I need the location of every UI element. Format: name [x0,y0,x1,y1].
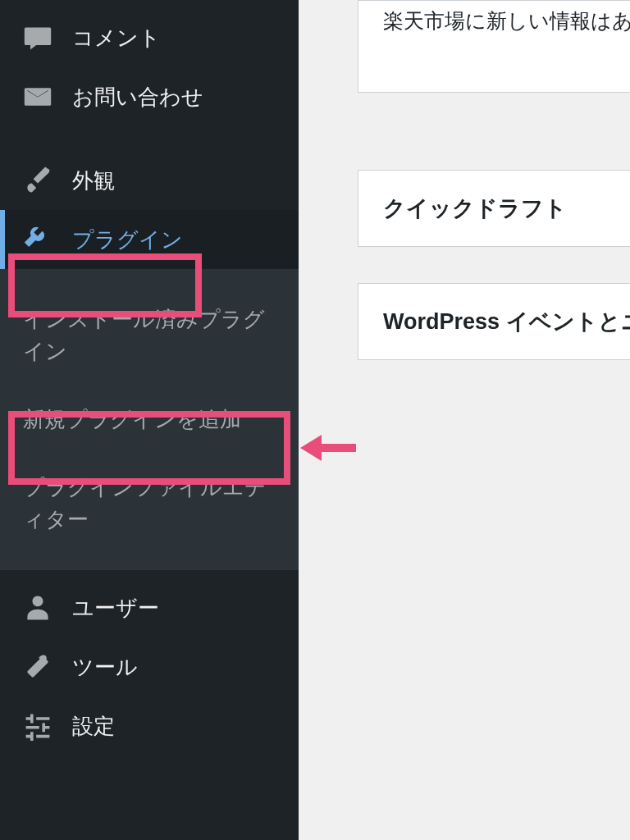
admin-sidebar: コメント お問い合わせ 外観 プラグイン インストール済みプラグイン 新規プラグ… [0,0,299,840]
sidebar-item-tools[interactable]: ツール [0,637,299,696]
submenu-item-label: インストール済みプラグイン [23,307,265,363]
mail-icon [23,82,52,112]
sidebar-item-label: コメント [72,24,161,52]
submenu-item-label: プラグインファイルエディター [23,475,267,532]
sidebar-item-appearance[interactable]: 外観 [0,151,299,210]
sidebar-item-label: 設定 [72,712,115,741]
panel-text: 楽天市場に新しい情報はあり [383,7,630,34]
sidebar-item-label: ツール [72,653,138,682]
sidebar-item-plugins[interactable]: プラグイン [0,210,299,269]
user-icon [23,593,52,623]
submenu-plugin-editor[interactable]: プラグインファイルエディター [0,454,299,554]
events-panel[interactable]: WordPress イベントとニ [358,283,630,360]
main-content: 楽天市場に新しい情報はあり クイックドラフト WordPress イベントとニ [299,0,630,840]
brush-icon [23,166,52,195]
panel-title: クイックドラフト [383,194,630,223]
plugin-icon [23,225,52,254]
submenu-installed-plugins[interactable]: インストール済みプラグイン [0,285,299,386]
wrench-icon [23,652,52,682]
rakuten-panel: 楽天市場に新しい情報はあり [358,0,630,93]
sliders-icon [23,711,52,741]
quick-draft-panel[interactable]: クイックドラフト [358,170,630,247]
sidebar-item-settings[interactable]: 設定 [0,696,299,756]
comment-icon [23,23,52,52]
panel-title: WordPress イベントとニ [383,307,630,336]
sidebar-item-contact[interactable]: お問い合わせ [0,67,299,126]
sidebar-item-label: お問い合わせ [72,83,203,112]
sidebar-item-label: ユーザー [72,594,159,623]
submenu-add-new-plugin[interactable]: 新規プラグインを追加 [0,386,299,454]
sidebar-item-users[interactable]: ユーザー [0,570,299,637]
plugins-submenu: インストール済みプラグイン 新規プラグインを追加 プラグインファイルエディター [0,269,299,570]
submenu-item-label: 新規プラグインを追加 [23,407,241,431]
sidebar-item-comments[interactable]: コメント [0,0,299,67]
sidebar-item-label: プラグイン [72,226,183,254]
sidebar-item-label: 外観 [72,167,115,195]
